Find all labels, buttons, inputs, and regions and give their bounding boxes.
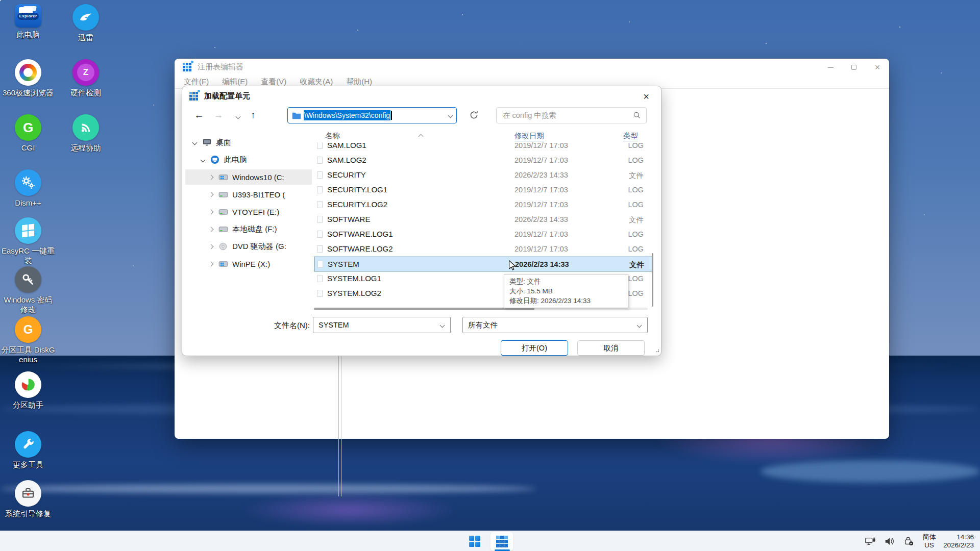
minimize-button[interactable] (819, 59, 842, 76)
security-icon[interactable] (903, 535, 915, 547)
file-row-SOFTWARE.LOG1[interactable]: SOFTWARE.LOG12019/12/7 17:03LOG (314, 227, 653, 242)
tree-item-桌面[interactable]: 桌面 (185, 135, 312, 150)
vertical-scrollbar[interactable] (652, 253, 653, 307)
desktop-icon-moretools[interactable]: 更多工具 (0, 431, 56, 469)
file-row-SAM.LOG2[interactable]: SAM.LOG22019/12/7 17:03LOG (314, 153, 653, 168)
tree-item-U393-BI1TEO-[interactable]: U393-BI1TEO ( (185, 187, 312, 202)
chevron-right-icon[interactable] (207, 176, 215, 179)
clock-time: 14:36 (943, 533, 974, 541)
file-row-SECURITY.LOG2[interactable]: SECURITY.LOG22019/12/7 17:03LOG (314, 197, 653, 212)
chevron-right-icon[interactable] (207, 193, 215, 196)
taskbar-clock[interactable]: 14:36 2026/2/23 (943, 533, 974, 549)
desktop-icon-thunder[interactable]: 迅雷 (58, 4, 114, 42)
up-icon[interactable]: ↑ (247, 108, 260, 123)
history-chevron-icon[interactable] (231, 108, 244, 123)
column-header-name[interactable]: 名称 (325, 131, 340, 141)
dialog-close-icon[interactable]: × (639, 89, 654, 104)
start-button[interactable] (463, 531, 486, 551)
filetype-dropdown-icon[interactable] (637, 323, 642, 328)
file-name: SYSTEM (328, 260, 359, 268)
tree-item-DVD-驱动器-G-[interactable]: DVD 驱动器 (G: (185, 239, 312, 254)
desktop-icon-remote[interactable]: 远程协助 (58, 114, 114, 153)
column-header-type[interactable]: 类型 (623, 131, 638, 141)
desktop-icon-label: 远程协助 (70, 143, 101, 153)
file-row-SECURITY[interactable]: SECURITY2026/2/23 14:33文件 (314, 168, 653, 183)
tree-item-Windows10-C-[interactable]: Windows10 (C: (185, 169, 312, 185)
winpass-icon (15, 266, 41, 293)
filename-value: SYSTEM (313, 321, 349, 329)
search-icon (633, 111, 641, 119)
file-row-SECURITY.LOG1[interactable]: SECURITY.LOG12019/12/7 17:03LOG (314, 183, 653, 197)
desktop-icon-winpass[interactable]: Windows 密码修改 (0, 266, 56, 314)
file-icon (317, 171, 323, 179)
forward-icon[interactable]: → (212, 108, 225, 123)
tree-item-VTOYEFI-E-[interactable]: VTOYEFI (E:) (185, 204, 312, 219)
tree-item-WinPE-X-[interactable]: WinPE (X:) (185, 256, 312, 271)
address-dropdown-icon[interactable] (448, 113, 453, 118)
refresh-icon[interactable] (469, 110, 479, 122)
file-row-SYSTEM[interactable]: SYSTEM2026/2/23 14:33文件 (314, 257, 653, 271)
desktop-icon-easyrc[interactable]: EasyRC 一键重装 (0, 217, 56, 265)
desktop-icon-dism[interactable]: Dism++ (0, 169, 56, 208)
desktop-icon-label: 迅雷 (78, 33, 93, 42)
chevron-right-icon[interactable] (207, 210, 215, 214)
filename-dropdown-icon[interactable] (440, 323, 445, 328)
column-header-date[interactable]: 修改日期 (514, 131, 544, 141)
taskbar-app-regedit[interactable] (490, 532, 513, 551)
search-box[interactable] (496, 107, 647, 123)
chevron-right-icon[interactable] (207, 245, 215, 248)
address-bar[interactable]: \Windows\System32\config (287, 107, 457, 123)
desktop-icon-label: 更多工具 (13, 460, 43, 469)
back-icon[interactable]: ← (192, 108, 206, 123)
tree-item-label: VTOYEFI (E:) (232, 208, 279, 216)
file-type: LOG (603, 230, 644, 238)
desktop-icon-hardware[interactable]: Z硬件检测 (58, 59, 114, 97)
file-name: SAM.LOG2 (327, 156, 366, 164)
cancel-button[interactable]: 取消 (577, 340, 645, 356)
registry-titlebar[interactable]: 注册表编辑器 × (175, 59, 889, 75)
filename-combobox[interactable]: SYSTEM (313, 317, 451, 333)
tree-item-label: Windows10 (C: (232, 173, 284, 182)
close-button[interactable]: × (866, 59, 889, 76)
search-input[interactable] (497, 111, 633, 119)
dialog-title: 加载配置单元 (204, 91, 250, 101)
clock-date: 2026/2/23 (943, 541, 974, 549)
cgi-icon: G (15, 114, 41, 141)
desktop-icon-label: 分区工具 DiskGenius (1, 345, 55, 364)
file-name: SECURITY.LOG2 (327, 200, 387, 209)
maximize-button[interactable] (842, 59, 866, 76)
file-icon (317, 216, 323, 223)
file-row-SOFTWARE.LOG2[interactable]: SOFTWARE.LOG22019/12/7 17:03LOG (314, 242, 653, 257)
input-language-indicator[interactable]: 简体 US (922, 533, 936, 549)
desktop-icon-diskgenius[interactable]: G分区工具 DiskGenius (0, 316, 56, 364)
filetype-combobox[interactable]: 所有文件 (462, 317, 648, 333)
desktop-icon-explorer[interactable]: Explorer此电脑 (0, 4, 56, 39)
file-icon (317, 186, 323, 193)
desktop-icon-browser360[interactable]: 360极速浏览器 (0, 59, 56, 97)
resize-grip[interactable] (655, 349, 659, 354)
tree-item-此电脑[interactable]: 此电脑 (185, 152, 312, 167)
chevron-down-icon[interactable] (190, 141, 199, 144)
horizontal-scrollbar-thumb[interactable] (314, 308, 534, 310)
pane-splitter[interactable] (338, 356, 339, 496)
volume-icon[interactable] (884, 535, 896, 547)
desktop-icon-cgi[interactable]: GCGI (0, 114, 56, 153)
open-button[interactable]: 打开(O) (501, 340, 568, 356)
chevron-right-icon[interactable] (207, 262, 215, 266)
chevron-right-icon[interactable] (207, 228, 215, 231)
network-icon[interactable] (864, 535, 876, 547)
folder-tree: 桌面此电脑Windows10 (C:U393-BI1TEO (VTOYEFI (… (185, 132, 312, 280)
tree-item-本地磁盘-F-[interactable]: 本地磁盘 (F:) (185, 221, 312, 237)
file-row-SAM.LOG1[interactable]: SAM.LOG12019/12/7 17:03LOG (314, 142, 653, 153)
drivewin-icon (218, 259, 228, 268)
dialog-titlebar[interactable]: 加载配置单元 (182, 86, 661, 106)
chevron-down-icon[interactable] (199, 158, 207, 162)
dism-icon (15, 169, 41, 196)
file-row-SOFTWARE[interactable]: SOFTWARE2026/2/23 14:33文件 (314, 212, 653, 227)
tree-item-label: 本地磁盘 (F:) (232, 224, 277, 234)
file-name: SYSTEM.LOG2 (327, 289, 381, 297)
tree-item-label: U393-BI1TEO ( (232, 190, 285, 199)
file-tooltip: 类型: 文件 大小: 15.5 MB 修改日期: 2026/2/23 14:33 (504, 274, 628, 308)
desktop-icon-partassist[interactable]: 分区助手 (0, 371, 56, 410)
desktop-icon-bootfix[interactable]: 系统引导修复 (0, 480, 56, 518)
